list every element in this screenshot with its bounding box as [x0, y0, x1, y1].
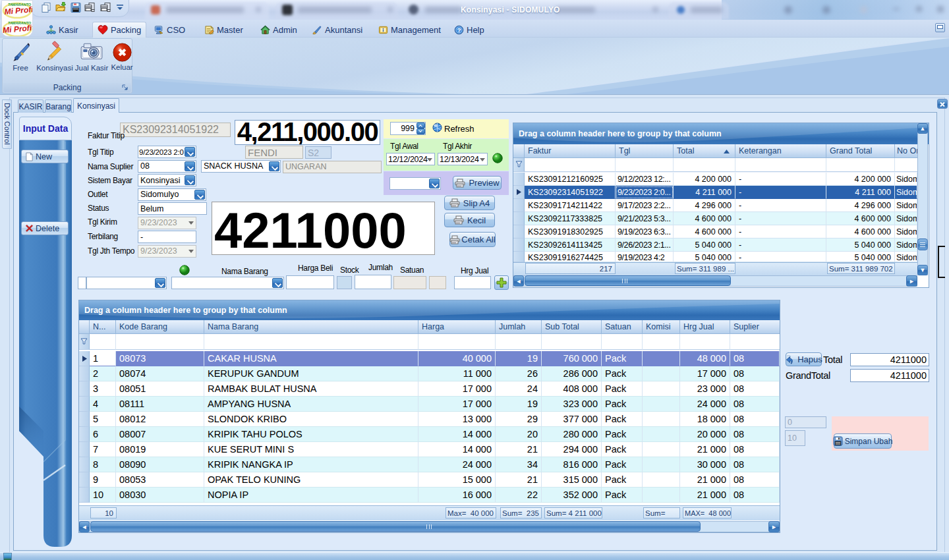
svg-text:?: ?	[457, 26, 461, 33]
